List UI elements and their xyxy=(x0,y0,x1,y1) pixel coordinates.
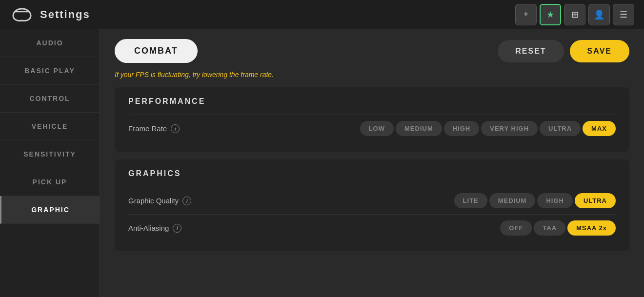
header-icons: + ★ ⊞ 👤 ☰ xyxy=(515,4,634,25)
reset-button[interactable]: RESET xyxy=(498,40,564,62)
combat-button[interactable]: COMBAT xyxy=(115,39,198,63)
anti-aliasing-options: OFF TAA MSAA 2x xyxy=(500,220,616,236)
content-area: COMBAT RESET SAVE If your FPS is fluctua… xyxy=(100,29,644,297)
top-bar: COMBAT RESET SAVE xyxy=(115,39,629,63)
graphic-quality-row: Graphic Quality i LITE MEDIUM HIGH ULTRA xyxy=(128,187,616,214)
graphic-quality-ultra[interactable]: ULTRA xyxy=(575,193,616,208)
frame-rate-options: LOW MEDIUM HIGH VERY HIGH ULTRA MAX xyxy=(360,121,616,136)
person-icon-btn[interactable]: 👤 xyxy=(588,4,610,25)
frame-rate-label: Frame Rate i xyxy=(128,124,226,133)
graphic-quality-options: LITE MEDIUM HIGH ULTRA xyxy=(454,193,616,208)
sidebar-item-pick-up[interactable]: PICK UP xyxy=(0,168,100,196)
logo xyxy=(10,5,34,24)
graphics-section: GRAPHICS Graphic Quality i LITE MEDIUM H… xyxy=(115,159,629,251)
plus-icon-btn[interactable]: + xyxy=(515,4,537,25)
frame-rate-very-high[interactable]: VERY HIGH xyxy=(481,121,538,136)
anti-aliasing-msaa2x[interactable]: MSAA 2x xyxy=(567,220,616,236)
page-title: Settings xyxy=(40,8,90,21)
sidebar-item-audio[interactable]: AUDIO xyxy=(0,29,100,57)
sidebar-item-graphic[interactable]: GRAPHIC xyxy=(0,196,100,224)
top-actions: RESET SAVE xyxy=(498,40,629,62)
frame-rate-ultra[interactable]: ULTRA xyxy=(540,121,581,136)
performance-title: PERFORMANCE xyxy=(128,97,616,106)
header: Settings + ★ ⊞ 👤 ☰ xyxy=(0,0,644,29)
save-button[interactable]: SAVE xyxy=(570,40,629,62)
anti-aliasing-info-icon[interactable]: i xyxy=(173,224,181,233)
graphic-quality-label: Graphic Quality i xyxy=(128,197,226,205)
main-layout: AUDIO BASIC PLAY CONTROL VEHICLE SENSITI… xyxy=(0,29,644,297)
anti-aliasing-row: Anti-Aliasing i OFF TAA MSAA 2x xyxy=(128,214,616,241)
sidebar-item-sensitivity[interactable]: SENSITIVITY xyxy=(0,140,100,168)
fps-notice: If your FPS is fluctuating, try lowering… xyxy=(115,71,629,79)
sidebar: AUDIO BASIC PLAY CONTROL VEHICLE SENSITI… xyxy=(0,29,100,297)
frame-rate-row: Frame Rate i LOW MEDIUM HIGH VERY HIGH U… xyxy=(128,115,616,142)
frame-rate-medium[interactable]: MEDIUM xyxy=(396,121,442,136)
graphic-quality-lite[interactable]: LITE xyxy=(454,193,487,208)
performance-section: PERFORMANCE Frame Rate i LOW MEDIUM HIGH… xyxy=(115,87,629,152)
graphic-quality-medium[interactable]: MEDIUM xyxy=(489,193,536,208)
graphics-title: GRAPHICS xyxy=(128,169,616,178)
menu-icon-btn[interactable]: ☰ xyxy=(613,4,634,25)
anti-aliasing-off[interactable]: OFF xyxy=(500,220,532,236)
graphic-quality-info-icon[interactable]: i xyxy=(182,197,191,205)
grid-icon-btn[interactable]: ⊞ xyxy=(564,4,585,25)
sidebar-item-vehicle[interactable]: VEHICLE xyxy=(0,113,100,140)
sidebar-item-basic-play[interactable]: BASIC PLAY xyxy=(0,57,100,85)
graphic-quality-high[interactable]: HIGH xyxy=(537,193,573,208)
frame-rate-info-icon[interactable]: i xyxy=(171,124,180,133)
anti-aliasing-taa[interactable]: TAA xyxy=(534,220,565,236)
sidebar-item-control[interactable]: CONTROL xyxy=(0,85,100,113)
frame-rate-high[interactable]: HIGH xyxy=(444,121,480,136)
frame-rate-low[interactable]: LOW xyxy=(360,121,394,136)
frame-rate-max[interactable]: MAX xyxy=(583,121,616,136)
anti-aliasing-label: Anti-Aliasing i xyxy=(128,224,226,233)
star-icon-btn[interactable]: ★ xyxy=(540,4,561,25)
